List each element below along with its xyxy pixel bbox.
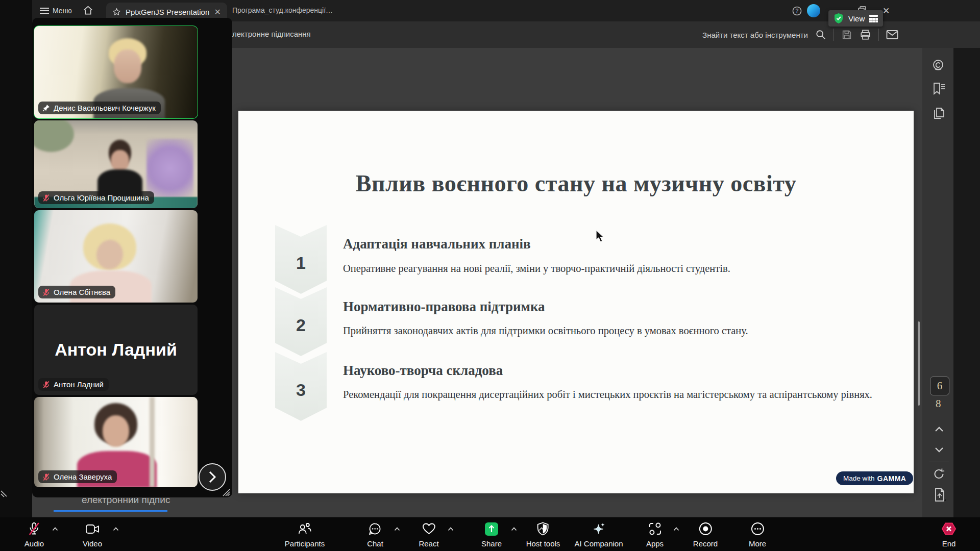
tab-programa[interactable]: Програма_студ.конференції… [232, 6, 333, 14]
chat-label: Chat [367, 539, 383, 548]
apps-button[interactable]: Apps [646, 522, 664, 548]
close-window-icon[interactable]: ✕ [883, 6, 890, 16]
pdf-toolbar-left-text: лектронне підписання [232, 30, 311, 38]
mic-off-icon [42, 473, 50, 481]
ai-companion-button[interactable]: AI Companion [574, 522, 623, 548]
next-participants-button[interactable] [199, 463, 226, 491]
video-tile[interactable]: Антон Ладний Антон Ладний [34, 305, 198, 395]
ai-companion-label: AI Companion [574, 539, 623, 548]
star-icon[interactable] [112, 8, 121, 16]
step-number: 1 [296, 246, 306, 273]
video-tile[interactable]: Олена Сбітнєва [34, 210, 198, 303]
record-icon [698, 522, 712, 536]
share-label: Share [481, 539, 502, 548]
participant-label: Олена Заверуха [38, 470, 117, 483]
pin-icon [42, 104, 50, 112]
resize-handle-left[interactable] [1, 486, 9, 497]
divider [878, 29, 879, 41]
heart-icon [422, 522, 436, 536]
gamma-badge[interactable]: Made with GAMMA [836, 471, 913, 485]
step-number: 3 [296, 373, 306, 400]
presentation-slide: Вплив воєнного стану на музичну освіту 1… [238, 111, 914, 493]
item-body: Прийняття законодавчих актів для підтрим… [343, 325, 748, 337]
item-body: Рекомендації для покращення дисертаційни… [343, 389, 872, 400]
chevron-down-icon[interactable] [935, 447, 944, 453]
grid-icon [869, 15, 878, 22]
participant-label: Ольга Юріївна Процишина [38, 191, 154, 204]
slide-title: Вплив воєнного стану на музичну освіту [238, 170, 914, 197]
chevron-up-icon[interactable] [935, 427, 944, 432]
mic-off-icon [42, 194, 50, 202]
menu-button[interactable]: Меню [53, 7, 72, 15]
rotate-icon[interactable] [932, 467, 946, 481]
divider [929, 462, 949, 462]
participant-name: Олена Сбітнєва [54, 288, 110, 296]
item-body: Оперативне реагування на нові реалії, зм… [343, 263, 730, 274]
save-icon[interactable] [841, 29, 852, 40]
step-badge-1: 1 [275, 225, 327, 294]
participant-name: Антон Ладний [54, 380, 104, 389]
signature-line [54, 510, 167, 512]
export-icon[interactable] [933, 487, 947, 503]
print-icon[interactable] [860, 29, 871, 40]
video-tile[interactable]: Ольга Юріївна Процишина [34, 120, 198, 208]
end-label: End [942, 539, 956, 548]
mic-icon [28, 522, 41, 536]
help-icon[interactable]: ? [792, 6, 802, 16]
share-button[interactable]: Share [481, 522, 502, 548]
share-caret[interactable] [511, 527, 517, 531]
record-button[interactable]: Record [693, 522, 718, 548]
current-page-box[interactable]: 6 [930, 377, 949, 395]
audio-label: Audio [24, 539, 44, 548]
home-icon[interactable] [83, 5, 93, 16]
video-caret[interactable] [113, 527, 119, 531]
audio-button[interactable]: Audio [24, 522, 44, 548]
annotation-icon[interactable] [931, 58, 945, 72]
bookmark-icon[interactable] [931, 82, 946, 96]
video-tile[interactable]: Денис Васильович Кочержук [34, 26, 198, 118]
mic-off-icon [42, 288, 50, 296]
gamma-made-with: Made with [843, 474, 875, 482]
camera-icon [85, 522, 100, 536]
scrollbar[interactable] [918, 321, 920, 406]
chat-button[interactable]: Chat [367, 522, 383, 548]
end-button[interactable]: End [941, 522, 957, 548]
audio-caret[interactable] [52, 527, 58, 531]
mic-off-icon [42, 381, 50, 389]
end-call-icon [941, 522, 957, 536]
host-tools-label: Host tools [526, 539, 560, 548]
more-icon [751, 522, 765, 536]
participant-name: Денис Васильович Кочержук [54, 104, 156, 112]
participants-button[interactable]: Participants [285, 522, 325, 548]
more-button[interactable]: More [749, 522, 766, 548]
pages-icon[interactable] [932, 106, 946, 121]
hamburger-icon[interactable] [40, 7, 49, 14]
participants-icon [297, 522, 312, 536]
step-number: 2 [296, 308, 306, 335]
mail-icon[interactable] [886, 30, 898, 40]
chat-icon [369, 522, 382, 536]
react-caret[interactable] [448, 527, 454, 531]
chat-caret[interactable] [394, 527, 400, 531]
host-tools-button[interactable]: Host tools [526, 522, 560, 548]
zoom-toolbar: Audio Video Participants 29 [0, 517, 980, 551]
video-tile[interactable]: Олена Заверуха [34, 397, 198, 487]
tab-title: PptxGenJS Presentation [126, 8, 210, 16]
search-icon[interactable] [815, 29, 826, 40]
react-button[interactable]: React [419, 522, 438, 548]
resize-handle[interactable] [221, 487, 230, 496]
search-label[interactable]: Знайти текст або інструменти [702, 31, 808, 39]
step-badge-3: 3 [275, 352, 327, 421]
participant-name: Ольга Юріївна Процишина [54, 193, 149, 202]
react-label: React [419, 539, 438, 548]
participant-name: Олена Заверуха [54, 472, 112, 481]
view-button[interactable]: View [828, 10, 883, 27]
step-badge-2: 2 [275, 287, 327, 356]
sparkle-icon [592, 522, 606, 536]
avatar[interactable] [807, 4, 820, 17]
apps-caret[interactable] [673, 527, 679, 531]
close-icon[interactable]: ✕ [214, 8, 221, 16]
share-icon [484, 522, 499, 536]
video-button[interactable]: Video [83, 522, 102, 548]
right-margin [953, 48, 980, 517]
